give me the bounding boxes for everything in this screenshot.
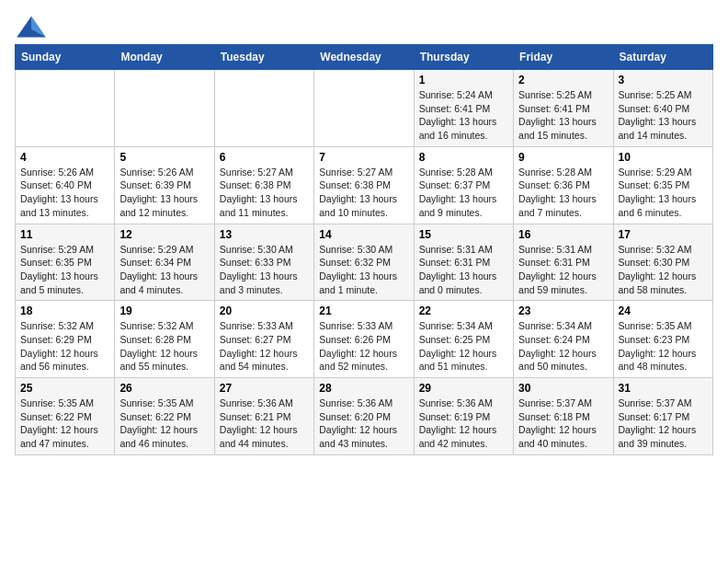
day-detail: Sunrise: 5:27 AMSunset: 6:38 PMDaylight:… [220, 166, 309, 220]
calendar-cell: 7Sunrise: 5:27 AMSunset: 6:38 PMDaylight… [314, 146, 414, 224]
calendar-cell: 24Sunrise: 5:35 AMSunset: 6:23 PMDayligh… [613, 301, 712, 378]
calendar-cell: 20Sunrise: 5:33 AMSunset: 6:27 PMDayligh… [214, 301, 313, 378]
day-number: 12 [119, 228, 209, 241]
day-detail: Sunrise: 5:32 AMSunset: 6:29 PMDaylight:… [20, 319, 109, 373]
day-header-friday: Friday [514, 45, 613, 70]
day-number: 29 [419, 382, 508, 395]
calendar-week-row: 25Sunrise: 5:35 AMSunset: 6:22 PMDayligh… [16, 378, 713, 455]
calendar-cell [214, 70, 313, 147]
calendar-cell: 3Sunrise: 5:25 AMSunset: 6:40 PMDaylight… [613, 70, 712, 147]
calendar-cell: 2Sunrise: 5:25 AMSunset: 6:41 PMDaylight… [514, 70, 613, 147]
calendar-cell: 13Sunrise: 5:30 AMSunset: 6:33 PMDayligh… [214, 224, 313, 301]
day-header-thursday: Thursday [414, 45, 513, 70]
day-detail: Sunrise: 5:25 AMSunset: 6:41 PMDaylight:… [518, 88, 608, 143]
calendar-cell: 5Sunrise: 5:26 AMSunset: 6:39 PMDaylight… [115, 146, 214, 224]
day-detail: Sunrise: 5:29 AMSunset: 6:35 PMDaylight:… [619, 166, 708, 220]
day-detail: Sunrise: 5:29 AMSunset: 6:34 PMDaylight:… [119, 243, 209, 297]
day-header-sunday: Sunday [16, 45, 115, 70]
day-number: 31 [619, 382, 708, 395]
day-detail: Sunrise: 5:35 AMSunset: 6:23 PMDaylight:… [619, 319, 708, 373]
calendar-cell: 1Sunrise: 5:24 AMSunset: 6:41 PMDaylight… [414, 70, 513, 147]
day-detail: Sunrise: 5:32 AMSunset: 6:30 PMDaylight:… [619, 243, 708, 297]
logo-icon [15, 15, 48, 40]
day-number: 18 [20, 304, 109, 317]
calendar-cell: 14Sunrise: 5:30 AMSunset: 6:32 PMDayligh… [314, 224, 414, 301]
day-number: 21 [319, 304, 408, 317]
day-number: 30 [518, 382, 608, 395]
day-header-monday: Monday [115, 45, 214, 70]
calendar-table: SundayMondayTuesdayWednesdayThursdayFrid… [15, 44, 713, 455]
day-number: 20 [220, 304, 309, 317]
calendar-cell: 15Sunrise: 5:31 AMSunset: 6:31 PMDayligh… [414, 224, 513, 301]
day-detail: Sunrise: 5:33 AMSunset: 6:27 PMDaylight:… [220, 319, 309, 373]
calendar-cell: 17Sunrise: 5:32 AMSunset: 6:30 PMDayligh… [613, 224, 712, 301]
day-header-wednesday: Wednesday [314, 45, 414, 70]
day-number: 11 [20, 228, 109, 241]
day-header-tuesday: Tuesday [214, 45, 313, 70]
day-number: 3 [619, 74, 708, 86]
calendar-cell: 29Sunrise: 5:36 AMSunset: 6:19 PMDayligh… [414, 378, 513, 455]
day-number: 13 [220, 228, 309, 241]
day-detail: Sunrise: 5:28 AMSunset: 6:36 PMDaylight:… [518, 166, 608, 220]
day-number: 23 [518, 304, 608, 317]
calendar-cell: 26Sunrise: 5:35 AMSunset: 6:22 PMDayligh… [115, 378, 214, 455]
day-detail: Sunrise: 5:35 AMSunset: 6:22 PMDaylight:… [20, 396, 109, 451]
calendar-cell: 28Sunrise: 5:36 AMSunset: 6:20 PMDayligh… [314, 378, 414, 455]
day-number: 14 [319, 228, 408, 241]
day-detail: Sunrise: 5:27 AMSunset: 6:38 PMDaylight:… [319, 166, 408, 220]
calendar-cell: 22Sunrise: 5:34 AMSunset: 6:25 PMDayligh… [414, 301, 513, 378]
calendar-week-row: 1Sunrise: 5:24 AMSunset: 6:41 PMDaylight… [16, 70, 713, 147]
calendar-cell: 10Sunrise: 5:29 AMSunset: 6:35 PMDayligh… [613, 146, 712, 224]
day-detail: Sunrise: 5:29 AMSunset: 6:35 PMDaylight:… [20, 243, 109, 297]
day-number: 2 [518, 74, 608, 86]
calendar-cell: 31Sunrise: 5:37 AMSunset: 6:17 PMDayligh… [613, 378, 712, 455]
day-number: 8 [419, 151, 508, 164]
calendar-cell: 25Sunrise: 5:35 AMSunset: 6:22 PMDayligh… [16, 378, 115, 455]
day-detail: Sunrise: 5:36 AMSunset: 6:21 PMDaylight:… [220, 396, 309, 451]
day-header-saturday: Saturday [613, 45, 712, 70]
calendar-cell: 19Sunrise: 5:32 AMSunset: 6:28 PMDayligh… [115, 301, 214, 378]
day-detail: Sunrise: 5:34 AMSunset: 6:24 PMDaylight:… [518, 319, 608, 373]
day-detail: Sunrise: 5:28 AMSunset: 6:37 PMDaylight:… [419, 166, 508, 220]
calendar-cell [16, 70, 115, 147]
calendar-cell: 8Sunrise: 5:28 AMSunset: 6:37 PMDaylight… [414, 146, 513, 224]
day-detail: Sunrise: 5:37 AMSunset: 6:18 PMDaylight:… [518, 396, 608, 451]
day-detail: Sunrise: 5:33 AMSunset: 6:26 PMDaylight:… [319, 319, 408, 373]
day-number: 6 [220, 151, 309, 164]
day-number: 17 [619, 228, 708, 241]
logo [15, 15, 51, 40]
day-detail: Sunrise: 5:36 AMSunset: 6:20 PMDaylight:… [319, 396, 408, 451]
calendar-cell: 11Sunrise: 5:29 AMSunset: 6:35 PMDayligh… [16, 224, 115, 301]
day-number: 15 [419, 228, 508, 241]
header [15, 15, 713, 40]
calendar-cell [314, 70, 414, 147]
calendar-cell: 16Sunrise: 5:31 AMSunset: 6:31 PMDayligh… [514, 224, 613, 301]
calendar-cell: 6Sunrise: 5:27 AMSunset: 6:38 PMDaylight… [214, 146, 313, 224]
day-detail: Sunrise: 5:34 AMSunset: 6:25 PMDaylight:… [419, 319, 508, 373]
day-detail: Sunrise: 5:25 AMSunset: 6:40 PMDaylight:… [619, 88, 708, 143]
day-detail: Sunrise: 5:31 AMSunset: 6:31 PMDaylight:… [419, 243, 508, 297]
day-detail: Sunrise: 5:26 AMSunset: 6:40 PMDaylight:… [20, 166, 109, 220]
day-number: 7 [319, 151, 408, 164]
day-number: 1 [419, 74, 508, 86]
day-number: 25 [20, 382, 109, 395]
day-number: 27 [220, 382, 309, 395]
day-number: 28 [319, 382, 408, 395]
day-number: 9 [518, 151, 608, 164]
day-number: 26 [119, 382, 209, 395]
calendar-week-row: 4Sunrise: 5:26 AMSunset: 6:40 PMDaylight… [16, 146, 713, 224]
day-number: 4 [20, 151, 109, 164]
day-detail: Sunrise: 5:35 AMSunset: 6:22 PMDaylight:… [119, 396, 209, 451]
day-detail: Sunrise: 5:36 AMSunset: 6:19 PMDaylight:… [419, 396, 508, 451]
day-number: 24 [619, 304, 708, 317]
day-number: 22 [419, 304, 508, 317]
day-detail: Sunrise: 5:31 AMSunset: 6:31 PMDaylight:… [518, 243, 608, 297]
calendar-cell: 9Sunrise: 5:28 AMSunset: 6:36 PMDaylight… [514, 146, 613, 224]
day-detail: Sunrise: 5:30 AMSunset: 6:32 PMDaylight:… [319, 243, 408, 297]
day-detail: Sunrise: 5:26 AMSunset: 6:39 PMDaylight:… [119, 166, 209, 220]
calendar-cell: 27Sunrise: 5:36 AMSunset: 6:21 PMDayligh… [214, 378, 313, 455]
calendar-cell: 12Sunrise: 5:29 AMSunset: 6:34 PMDayligh… [115, 224, 214, 301]
day-detail: Sunrise: 5:37 AMSunset: 6:17 PMDaylight:… [619, 396, 708, 451]
calendar-cell: 18Sunrise: 5:32 AMSunset: 6:29 PMDayligh… [16, 301, 115, 378]
day-number: 19 [119, 304, 209, 317]
